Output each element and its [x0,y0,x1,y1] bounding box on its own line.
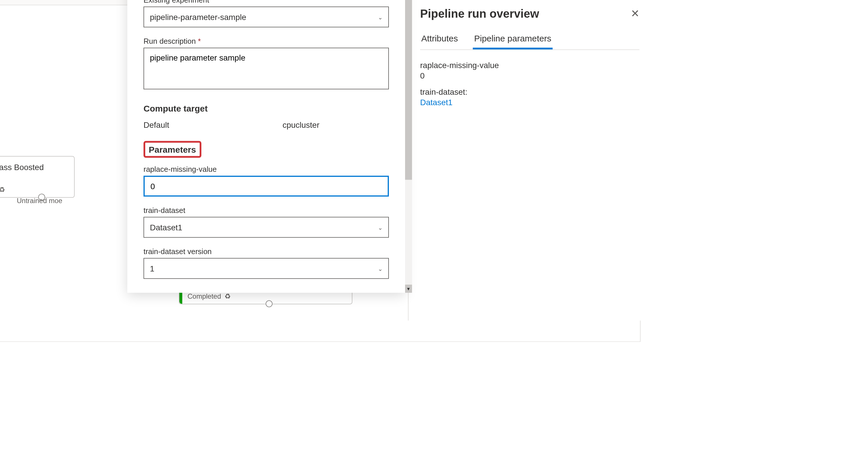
replace-missing-value-input[interactable] [144,176,389,197]
panel-title: Pipeline run overview [420,7,640,21]
main-content: › Experiments › pipeline-parameter-sampl… [0,0,651,342]
node-status: Completed♻ [0,186,5,194]
compute-default-label: Default [144,120,169,130]
section-parameters: Parameters [144,141,201,158]
tab-attributes[interactable]: Attributes [420,29,459,50]
node-title: Two-Class Boosted Decisi [0,163,66,181]
field-label: train-dataset version [144,247,389,256]
param-value: 0 [420,71,640,80]
param-value-link[interactable]: Dataset1 [420,97,640,107]
run-description-input[interactable] [144,48,389,89]
recycle-icon: ♻ [224,292,231,301]
compute-value: cpucluster [282,120,319,130]
field-label: Run description * [144,37,389,46]
setup-pipeline-run-modal: ▾ Set up pipeline run ✕ Experiment Selec… [127,0,405,293]
field-label: Existing experiment * [144,0,389,4]
output-port[interactable] [266,301,273,307]
train-dataset-version-select[interactable]: 1 ⌄ [144,258,389,279]
section-compute: Compute target [144,104,389,113]
port-label: Untrained moe [17,197,62,205]
chevron-down-icon: ⌄ [378,265,382,272]
graph-node[interactable]: ⚙ Two-Class Boosted Decisi Completed♻ [0,156,75,198]
node-status: Completed♻ [187,292,231,301]
train-dataset-select[interactable]: Dataset1 ⌄ [144,217,389,238]
field-label: raplace-missing-value [144,165,389,174]
panel-tabs: Attributes Pipeline parameters [420,29,640,50]
tab-pipeline-parameters[interactable]: Pipeline parameters [473,29,553,50]
field-label: train-dataset [144,206,389,215]
chevron-down-icon: ⌄ [378,224,382,231]
run-overview-panel: Pipeline run overview ✕ Attributes Pipel… [408,0,651,321]
compute-row: Default cpucluster [144,120,389,130]
param-row: raplace-missing-value 0 [420,61,640,80]
param-name: raplace-missing-value [420,61,640,70]
recycle-icon: ♻ [0,186,5,194]
existing-experiment-select[interactable]: pipeline-parameter-sample ⌄ [144,7,389,28]
modal-scrollbar[interactable]: ▾ [405,0,412,293]
close-icon[interactable]: ✕ [631,7,640,20]
chevron-down-icon: ⌄ [378,14,382,20]
param-name: train-dataset: [420,87,640,96]
param-row: train-dataset: Dataset1 [420,87,640,107]
